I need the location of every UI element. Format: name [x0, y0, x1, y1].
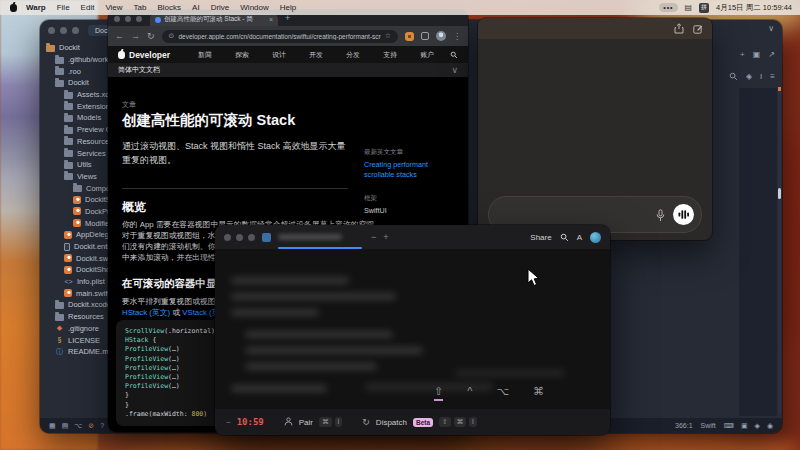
zoom-button[interactable]: [136, 16, 142, 22]
zoom-button[interactable]: [248, 234, 255, 241]
pane-toolbar-icon[interactable]: ≡: [770, 72, 775, 81]
address-bar[interactable]: ⊙ developer.apple.com/cn/documentation/s…: [162, 30, 398, 43]
cursor-position[interactable]: 366:1: [675, 422, 693, 429]
nav-item[interactable]: 探索: [235, 50, 249, 60]
pane-toolbar-icon[interactable]: ▣: [753, 50, 761, 59]
window-controls[interactable]: [224, 234, 255, 241]
statusbar-icon[interactable]: ⌨: [724, 422, 734, 430]
scrollbar-thumb[interactable]: [778, 188, 781, 199]
profile-avatar[interactable]: [436, 31, 446, 41]
english-article-link[interactable]: Creating performant scrollable stacks: [364, 160, 456, 180]
new-chat-icon[interactable]: [693, 20, 703, 38]
close-button[interactable]: [224, 234, 231, 241]
share-button[interactable]: Share: [530, 233, 551, 242]
reload-button[interactable]: ↻: [147, 31, 155, 41]
statusbar-icon[interactable]: ▣: [741, 422, 748, 430]
help-indicator[interactable]: ?: [100, 422, 104, 429]
menu-item[interactable]: Blocks: [158, 3, 182, 12]
menu-item[interactable]: Window: [240, 3, 268, 12]
menu-item[interactable]: Drive: [211, 3, 230, 12]
dispatch-button[interactable]: Dispatch: [376, 418, 407, 427]
person-icon: [284, 417, 293, 428]
swift-file-icon: [64, 289, 72, 297]
close-button[interactable]: [114, 16, 120, 22]
menu-item[interactable]: Help: [280, 3, 296, 12]
chevron-down-icon[interactable]: ∨: [451, 65, 458, 75]
browser-menu-icon[interactable]: ⋮: [453, 32, 461, 41]
pane-toolbar-icon[interactable]: I: [760, 72, 762, 81]
nav-item[interactable]: 开发: [309, 50, 323, 60]
nav-item[interactable]: 分发: [346, 50, 360, 60]
text-size-button[interactable]: A: [577, 233, 582, 242]
language-mode[interactable]: Swift: [701, 422, 716, 429]
share-icon[interactable]: [674, 20, 684, 38]
statusbar-icon[interactable]: ◈: [755, 422, 760, 430]
editor-canvas[interactable]: [739, 88, 777, 416]
pair-button[interactable]: Pair: [299, 418, 313, 427]
active-tab[interactable]: [278, 225, 364, 249]
display-icon[interactable]: ▤: [685, 3, 693, 12]
chevron-down-icon[interactable]: ∨: [768, 24, 774, 33]
swift-file-icon: [73, 196, 81, 204]
zoom-in-button[interactable]: +: [383, 232, 388, 242]
tab-close-icon[interactable]: ×: [269, 16, 273, 23]
scrollbar-track[interactable]: [778, 90, 781, 415]
menu-item[interactable]: AI: [192, 3, 200, 12]
statusbar-icon[interactable]: ⌥: [74, 422, 82, 430]
nav-item[interactable]: 支持: [383, 50, 397, 60]
hstack-link[interactable]: HStack (英文): [122, 308, 170, 317]
doc-eyebrow: 文章: [122, 100, 136, 110]
menu-item[interactable]: Warp: [26, 3, 46, 12]
profile-avatar[interactable]: [590, 232, 601, 243]
zoom-out-button[interactable]: −: [371, 232, 376, 242]
site-settings-icon[interactable]: ⊙: [169, 32, 175, 40]
minimize-button[interactable]: [60, 27, 67, 34]
pane-toolbar-icon[interactable]: ↗: [768, 50, 775, 59]
tree-item-label: README.md: [68, 347, 113, 356]
tree-item-label: Info.plist: [77, 277, 105, 286]
doc-language-bar[interactable]: 简体中文文档 ∨: [108, 63, 468, 78]
apple-logo-icon[interactable]: [10, 4, 17, 12]
front-statusbar: ~ 10:59 Pair ⌘I ↻ Dispatch Beta ⇧⌘I: [215, 409, 610, 435]
nav-item[interactable]: 设计: [272, 50, 286, 60]
error-icon[interactable]: ⊘: [88, 422, 94, 430]
window-controls[interactable]: [114, 16, 142, 22]
search-icon[interactable]: [560, 233, 569, 242]
pane-toolbar-icon[interactable]: +: [740, 50, 745, 59]
pane-toolbar-2: ◈I≡: [729, 72, 775, 81]
statusbar-icon[interactable]: ▤: [62, 422, 69, 430]
framework-link[interactable]: SwiftUI: [364, 206, 456, 215]
input-method-icon[interactable]: 拼: [699, 3, 709, 13]
zoom-button[interactable]: [72, 27, 79, 34]
voice-mode-button[interactable]: [673, 204, 694, 225]
swift-file-icon: [64, 231, 72, 239]
extension-icon[interactable]: [405, 32, 414, 41]
forward-button[interactable]: →: [131, 31, 140, 41]
bookmark-star-icon[interactable]: ☆: [385, 32, 391, 40]
close-button[interactable]: [48, 27, 55, 34]
menu-item[interactable]: View: [105, 3, 122, 12]
nav-item[interactable]: 账户: [420, 50, 434, 60]
url-text[interactable]: developer.apple.com/cn/documentation/swi…: [178, 33, 380, 40]
minimize-button[interactable]: [236, 234, 243, 241]
front-titlebar[interactable]: − + Share A: [215, 225, 610, 249]
window-controls[interactable]: [48, 27, 79, 34]
menu-item[interactable]: Tab: [134, 3, 147, 12]
statusbar-icon[interactable]: ◉: [767, 422, 773, 430]
search-icon[interactable]: [450, 51, 458, 59]
side-panel-icon[interactable]: [421, 32, 429, 40]
blurred-text: [231, 385, 327, 392]
mic-icon[interactable]: [656, 208, 665, 226]
chat-titlebar[interactable]: [478, 18, 712, 39]
search-icon[interactable]: [729, 72, 738, 81]
nav-item[interactable]: 新闻: [198, 50, 212, 60]
menu-item[interactable]: File: [57, 3, 70, 12]
camera-indicator[interactable]: •••: [659, 3, 677, 12]
minimize-button[interactable]: [125, 16, 131, 22]
pane-toolbar-icon[interactable]: ◈: [746, 72, 752, 81]
developer-brand[interactable]: Developer: [118, 50, 170, 60]
statusbar-icon[interactable]: ▦: [49, 422, 56, 430]
menubar-clock[interactable]: 4月15日 周二 10:59:44: [716, 3, 792, 13]
menu-item[interactable]: Edit: [81, 3, 95, 12]
back-button[interactable]: ←: [115, 31, 124, 41]
